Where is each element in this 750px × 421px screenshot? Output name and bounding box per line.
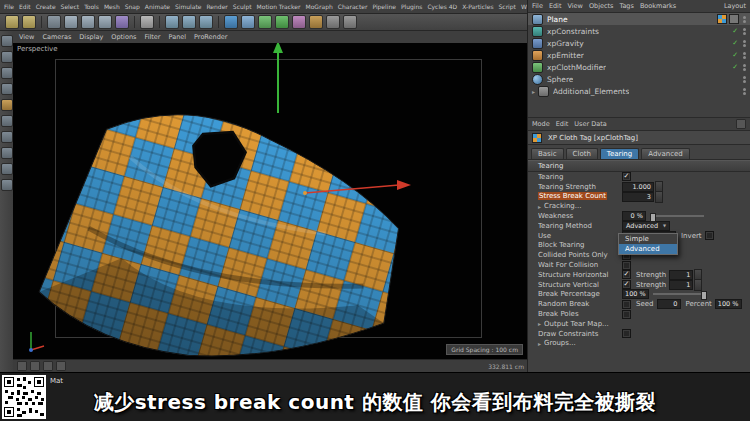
om-menu-bookmarks[interactable]: Bookmarks bbox=[640, 2, 676, 10]
dropdown-option-simple[interactable]: Simple bbox=[619, 234, 677, 244]
subdivision-surface-icon[interactable] bbox=[258, 15, 272, 29]
stepper-icon[interactable] bbox=[655, 191, 663, 203]
visibility-dots[interactable] bbox=[743, 52, 746, 59]
cloth-tag-icon[interactable] bbox=[717, 14, 727, 24]
edit-render-settings-icon[interactable] bbox=[199, 15, 213, 29]
lock-icon[interactable] bbox=[736, 119, 746, 129]
object-row-sphere[interactable]: Sphere bbox=[528, 73, 750, 85]
object-row-xpemitter[interactable]: xpEmitter ✓ bbox=[528, 49, 750, 61]
enabled-check-icon[interactable]: ✓ bbox=[732, 63, 738, 71]
section-tearing[interactable]: Tearing bbox=[528, 160, 750, 172]
snap-settings-icon[interactable] bbox=[1, 179, 13, 191]
visibility-dots[interactable] bbox=[743, 64, 746, 71]
enabled-check-icon[interactable]: ✓ bbox=[732, 39, 738, 47]
object-row-plane[interactable]: Plane bbox=[528, 13, 750, 25]
tab-cloth[interactable]: Cloth bbox=[566, 148, 598, 159]
structure-horizontal-checkbox[interactable] bbox=[622, 270, 631, 279]
workplane-mode-icon[interactable] bbox=[1, 83, 13, 95]
weakness-input[interactable]: 0 % bbox=[622, 211, 646, 221]
draw-constraints-checkbox[interactable] bbox=[622, 329, 631, 338]
points-mode-icon[interactable] bbox=[1, 99, 13, 111]
record-icon[interactable] bbox=[56, 361, 66, 371]
mograph-icon[interactable] bbox=[275, 15, 289, 29]
menu-animate[interactable]: Animate bbox=[145, 3, 170, 10]
move-icon[interactable] bbox=[64, 15, 78, 29]
enabled-check-icon[interactable]: ✓ bbox=[732, 27, 738, 35]
viewport-solo-icon[interactable] bbox=[1, 163, 13, 175]
display-icon[interactable] bbox=[343, 15, 357, 29]
break-percentage-slider[interactable] bbox=[653, 293, 707, 295]
scale-icon[interactable] bbox=[81, 15, 95, 29]
spline-pen-icon[interactable] bbox=[241, 15, 255, 29]
texture-mode-icon[interactable] bbox=[1, 67, 13, 79]
menu-motion-tracker[interactable]: Motion Tracker bbox=[257, 3, 301, 10]
enable-axis-icon[interactable] bbox=[1, 147, 13, 159]
vp-menu-display[interactable]: Display bbox=[79, 33, 103, 41]
redo-icon[interactable] bbox=[22, 15, 36, 29]
visibility-dots[interactable] bbox=[743, 76, 746, 83]
timeline-icon[interactable] bbox=[17, 361, 27, 371]
om-menu-tags[interactable]: Tags bbox=[619, 2, 633, 10]
menu-create[interactable]: Create bbox=[36, 3, 56, 10]
undo-icon[interactable] bbox=[5, 15, 19, 29]
menu-render[interactable]: Render bbox=[206, 3, 227, 10]
make-editable-icon[interactable] bbox=[1, 35, 13, 47]
break-percentage-input[interactable]: 100 % bbox=[622, 289, 649, 299]
layout-switcher[interactable]: Layout bbox=[724, 2, 746, 10]
visibility-dots[interactable] bbox=[743, 40, 746, 47]
vp-menu-cameras[interactable]: Cameras bbox=[42, 33, 71, 41]
structure-vertical-strength-input[interactable]: 1 bbox=[669, 280, 693, 290]
attr-row-groups[interactable]: ▸ Groups... bbox=[528, 339, 750, 349]
object-row-additional-elements[interactable]: ▸ Additional_Elements bbox=[528, 85, 750, 97]
render-view-icon[interactable] bbox=[165, 15, 179, 29]
tab-basic[interactable]: Basic bbox=[531, 148, 564, 159]
menu-mesh[interactable]: Mesh bbox=[104, 3, 120, 10]
attr-row-output-tear-map[interactable]: ▸ Output Tear Map... bbox=[528, 319, 750, 329]
visibility-dots[interactable] bbox=[743, 16, 746, 23]
object-row-xpclothmodifier[interactable]: xpClothModifier ✓ bbox=[528, 61, 750, 73]
break-poles-checkbox[interactable] bbox=[622, 310, 631, 319]
object-row-xpgravity[interactable]: xpGravity ✓ bbox=[528, 37, 750, 49]
menu-edit[interactable]: Edit bbox=[19, 3, 31, 10]
invert-checkbox[interactable] bbox=[705, 231, 714, 240]
tab-advanced[interactable]: Advanced bbox=[641, 148, 690, 159]
render-to-picture-viewer-icon[interactable] bbox=[182, 15, 196, 29]
deformer-icon[interactable] bbox=[292, 15, 306, 29]
menu-xparticles[interactable]: X-Particles bbox=[462, 3, 493, 10]
viewport-canvas[interactable]: Perspective bbox=[13, 43, 528, 360]
menu-character[interactable]: Character bbox=[338, 3, 368, 10]
menu-file[interactable]: File bbox=[4, 3, 14, 10]
random-break-checkbox[interactable] bbox=[622, 300, 631, 309]
om-menu-file[interactable]: File bbox=[532, 2, 543, 10]
keyframe-icon[interactable] bbox=[30, 361, 40, 371]
menu-pipeline[interactable]: Pipeline bbox=[372, 3, 395, 10]
visibility-dots[interactable] bbox=[743, 28, 746, 35]
menu-script[interactable]: Script bbox=[499, 3, 516, 10]
am-menu-userdata[interactable]: User Data bbox=[574, 120, 606, 128]
material-manager-label[interactable]: Mat bbox=[50, 377, 63, 385]
play-icon[interactable] bbox=[43, 361, 53, 371]
menu-cycles4d[interactable]: Cycles 4D bbox=[427, 3, 457, 10]
camera-icon[interactable] bbox=[326, 15, 340, 29]
stress-break-count-input[interactable]: 3 bbox=[622, 192, 654, 202]
enabled-check-icon[interactable]: ✓ bbox=[732, 51, 738, 59]
om-menu-objects[interactable]: Objects bbox=[589, 2, 614, 10]
dropdown-option-advanced[interactable]: Advanced bbox=[619, 244, 677, 254]
visibility-dots[interactable] bbox=[743, 88, 746, 95]
percent-input[interactable]: 100 % bbox=[715, 299, 742, 309]
model-mode-icon[interactable] bbox=[1, 51, 13, 63]
stepper-icon[interactable] bbox=[694, 279, 702, 291]
wait-for-collision-checkbox[interactable] bbox=[622, 261, 631, 270]
vp-menu-options[interactable]: Options bbox=[111, 33, 136, 41]
structure-horizontal-strength-input[interactable]: 1 bbox=[669, 270, 693, 280]
am-menu-mode[interactable]: Mode bbox=[532, 120, 550, 128]
object-row-xpconstraints[interactable]: xpConstraints ✓ bbox=[528, 25, 750, 37]
menu-select[interactable]: Select bbox=[61, 3, 80, 10]
polygons-mode-icon[interactable] bbox=[1, 131, 13, 143]
rotate-icon[interactable] bbox=[98, 15, 112, 29]
viewport[interactable]: View Cameras Display Options Filter Pane… bbox=[13, 31, 528, 372]
tearing-strength-input[interactable]: 1.000 bbox=[622, 182, 654, 192]
menu-simulate[interactable]: Simulate bbox=[175, 3, 202, 10]
coordinate-system-icon[interactable] bbox=[140, 15, 154, 29]
vp-menu-filter[interactable]: Filter bbox=[144, 33, 160, 41]
